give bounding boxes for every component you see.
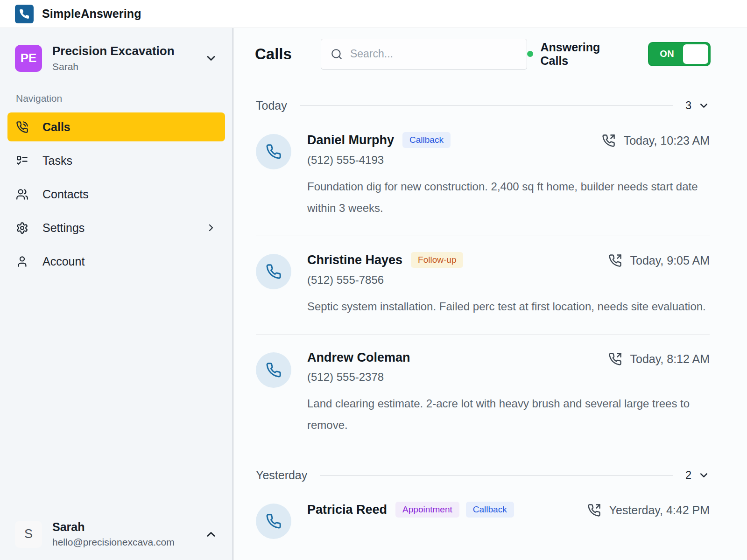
sidebar-nav: Calls Tasks Contacts <box>7 112 225 276</box>
toggle-knob <box>683 44 708 64</box>
section-rows: Daniel Murphy Callback (512) 555-4193 To… <box>256 116 710 453</box>
chevron-up-icon <box>204 528 218 541</box>
call-row[interactable]: Daniel Murphy Callback (512) 555-4193 To… <box>256 116 710 236</box>
phone-outgoing-icon <box>587 504 601 517</box>
nav-section-label: Navigation <box>16 93 225 104</box>
status-badge: Appointment <box>395 502 459 518</box>
user-email: hello@precisionexcava.com <box>52 537 175 548</box>
phone-call-icon <box>16 121 28 133</box>
org-subtitle: Sarah <box>52 61 175 72</box>
badge-list: Callback <box>402 132 451 148</box>
sidebar-item-label: Account <box>42 255 85 268</box>
section-rows: Patricia Reed Appointment Callback Yeste… <box>256 486 710 556</box>
call-row[interactable]: Christine Hayes Follow-up (512) 555-7856… <box>256 236 710 334</box>
caller-phone: (512) 555-2378 <box>307 371 419 384</box>
call-row-body: Daniel Murphy Callback (512) 555-4193 To… <box>307 132 710 219</box>
caller-name: Christine Hayes <box>307 253 402 267</box>
sidebar: PE Precision Excavation Sarah Navigation… <box>0 28 233 560</box>
user-avatar: S <box>15 521 42 548</box>
search-box <box>321 39 527 70</box>
call-avatar-phone-icon <box>256 134 291 169</box>
section-header: Today 3 <box>256 99 710 112</box>
call-meta: Today, 9:05 AM <box>608 254 710 267</box>
sidebar-item-label: Calls <box>42 120 70 134</box>
call-section: Today 3 Daniel Murphy Callback (512) <box>256 99 710 453</box>
main-panel: Calls Answering Calls ON Today 3 <box>233 28 747 560</box>
call-summary: Foundation dig for new construction. 2,4… <box>307 176 710 219</box>
sidebar-item-label: Contacts <box>42 188 89 201</box>
section-count: 2 <box>685 469 691 482</box>
chevron-right-icon <box>205 222 217 233</box>
section-divider <box>320 475 673 476</box>
badge-list: Appointment Callback <box>395 502 514 518</box>
main-header: Calls Answering Calls ON <box>233 28 747 80</box>
gear-icon <box>16 222 28 234</box>
org-name: Precision Excavation <box>52 44 175 58</box>
toggle-on-label: ON <box>649 49 685 59</box>
call-time: Yesterday, 4:42 PM <box>609 504 710 517</box>
app-logo-phone-icon <box>15 5 34 23</box>
page-title: Calls <box>255 45 292 63</box>
search-input[interactable] <box>350 48 517 60</box>
status-dot <box>527 51 533 57</box>
status-badge: Follow-up <box>411 252 463 268</box>
caller-name: Patricia Reed <box>307 503 387 517</box>
calls-list: Today 3 Daniel Murphy Callback (512) <box>233 80 747 560</box>
org-avatar: PE <box>15 45 42 72</box>
call-row-body: Patricia Reed Appointment Callback Yeste… <box>307 502 710 539</box>
section-label: Today <box>256 99 287 112</box>
answering-status: Answering Calls ON <box>527 41 711 68</box>
call-meta: Yesterday, 4:42 PM <box>587 504 710 517</box>
call-avatar-phone-icon <box>256 352 291 388</box>
chevron-down-icon[interactable] <box>698 469 710 481</box>
call-row-body: Christine Hayes Follow-up (512) 555-7856… <box>307 252 710 317</box>
chevron-down-icon <box>204 52 218 65</box>
call-summary: Land clearing estimate. 2-acre lot with … <box>307 393 710 436</box>
call-time: Today, 10:23 AM <box>624 134 710 147</box>
section-header: Yesterday 2 <box>256 469 710 482</box>
sidebar-item-label: Tasks <box>42 154 72 168</box>
caller-name: Daniel Murphy <box>307 133 394 147</box>
user-icon <box>16 255 28 268</box>
status-label: Answering Calls <box>541 41 630 68</box>
answering-toggle[interactable]: ON <box>648 42 711 66</box>
sidebar-item-label: Settings <box>42 221 85 235</box>
caller-phone: (512) 555-7856 <box>307 273 463 287</box>
search-icon <box>331 48 343 60</box>
call-row-body: Andrew Coleman (512) 555-2378 Today, 8:1… <box>307 350 710 436</box>
topbar: SimpleAnswering <box>0 0 747 28</box>
chevron-down-icon[interactable] <box>698 100 710 112</box>
tasks-list-icon <box>16 154 28 167</box>
sidebar-item-contacts[interactable]: Contacts <box>7 180 225 209</box>
call-row[interactable]: Andrew Coleman (512) 555-2378 Today, 8:1… <box>256 334 710 453</box>
status-badge: Callback <box>402 132 451 148</box>
section-label: Yesterday <box>256 469 307 482</box>
users-icon <box>16 188 28 201</box>
section-count: 3 <box>685 99 691 112</box>
user-menu[interactable]: S Sarah hello@precisionexcava.com <box>7 520 225 548</box>
section-divider <box>300 105 673 106</box>
caller-name: Andrew Coleman <box>307 350 410 365</box>
call-summary: Septic system installation. Failed perc … <box>307 296 710 317</box>
org-switcher[interactable]: PE Precision Excavation Sarah <box>7 44 225 72</box>
sidebar-item-settings[interactable]: Settings <box>7 213 225 242</box>
sidebar-item-calls[interactable]: Calls <box>7 112 225 141</box>
call-time: Today, 9:05 AM <box>630 254 710 267</box>
phone-outgoing-icon <box>608 254 622 267</box>
phone-outgoing-icon <box>608 352 622 366</box>
call-avatar-phone-icon <box>256 254 291 289</box>
call-section: Yesterday 2 Patricia Reed Appointment Ca… <box>256 469 710 556</box>
user-info: Sarah hello@precisionexcava.com <box>52 520 175 548</box>
call-avatar-phone-icon <box>256 504 291 539</box>
sidebar-item-tasks[interactable]: Tasks <box>7 146 225 175</box>
badge-list: Follow-up <box>411 252 463 268</box>
call-meta: Today, 8:12 AM <box>608 352 710 366</box>
call-time: Today, 8:12 AM <box>630 352 710 366</box>
user-name: Sarah <box>52 520 175 534</box>
phone-outgoing-icon <box>602 134 615 147</box>
app-title: SimpleAnswering <box>42 7 141 21</box>
call-row[interactable]: Patricia Reed Appointment Callback Yeste… <box>256 486 710 556</box>
sidebar-item-account[interactable]: Account <box>7 247 225 276</box>
org-info: Precision Excavation Sarah <box>52 44 175 72</box>
status-badge: Callback <box>466 502 514 518</box>
